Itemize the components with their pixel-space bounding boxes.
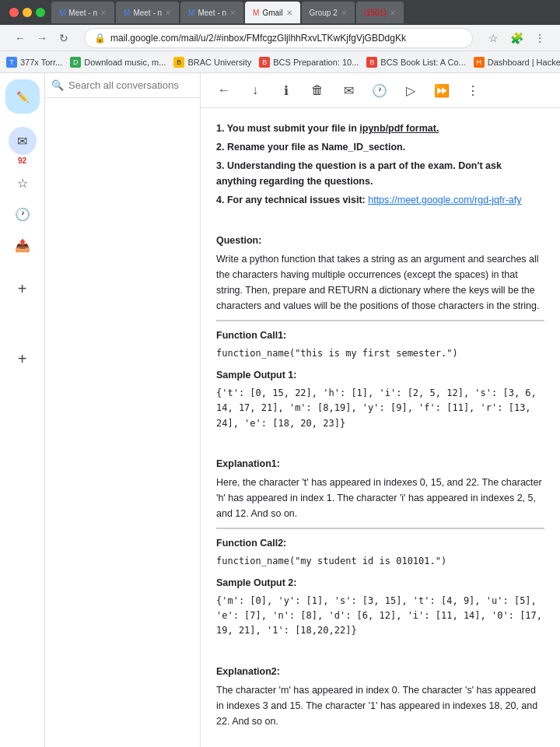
search-input[interactable]	[68, 79, 199, 91]
tab-meet2[interactable]: M Meet - n ✕	[116, 2, 179, 23]
tab-meet1[interactable]: M Meet - n ✕	[51, 2, 114, 23]
compose-button[interactable]: ✏️	[5, 79, 40, 114]
tab-close-active-icon[interactable]: ✕	[286, 9, 292, 17]
browser-tabs: M Meet - n ✕ M Meet - n ✕ M Meet - n ✕ M…	[51, 2, 554, 23]
extensions-icon[interactable]: 🧩	[507, 29, 526, 47]
bookmark-brac-icon: B	[173, 57, 184, 68]
info-button[interactable]: ℹ	[275, 79, 297, 101]
tab-meet3[interactable]: M Meet - n ✕	[180, 2, 243, 23]
inbox-badge: 92	[18, 156, 26, 165]
meet-link[interactable]: https://meet.google.com/rgd-jqfr-afy	[368, 195, 521, 205]
more-labels-icon[interactable]: +	[9, 275, 37, 303]
explanation2-title: Explanation2:	[216, 664, 544, 679]
bookmark-hacker[interactable]: H Dashboard | Hacker...	[474, 57, 560, 68]
instruction-4: 4. For any technical issues visit: https…	[216, 192, 544, 208]
function-call1-title: Function Call1:	[216, 328, 544, 343]
instruction-2: 2. Rename your file as Name_ID_section.	[216, 139, 544, 155]
more-options-button[interactable]: ⋮	[462, 79, 484, 101]
address-bar-row: ← → ↻ 🔒 mail.google.com/mail/u/2/#inbox/…	[0, 25, 560, 51]
email-content: ← ↓ ℹ 🗑 ✉ 🕐 ▷ ⏩ ⋮ 1. You must submit you…	[201, 73, 560, 747]
snooze-button[interactable]: 🕐	[369, 79, 390, 101]
address-text: mail.google.com/mail/u/2/#inbox/FMfcgzGl…	[110, 33, 406, 44]
search-bar: 🔍 ⚙	[45, 73, 200, 98]
delete-button[interactable]: 🗑	[306, 79, 328, 101]
maximize-dot[interactable]	[36, 8, 45, 17]
minimize-dot[interactable]	[23, 8, 32, 17]
bookmark-icon[interactable]: ☆	[484, 29, 502, 47]
sample-output2-title: Sample Output 2:	[216, 575, 544, 591]
close-dot[interactable]	[9, 8, 19, 17]
explanation1-title: Explanation1:	[216, 456, 544, 472]
bookmark-music-icon: D	[70, 57, 81, 68]
menu-icon[interactable]: ⋮	[530, 29, 549, 47]
snoozed-icon[interactable]: 🕐	[9, 200, 37, 228]
sidebar: ✏️ ✉ 92 ☆ 🕐 📤 + +	[0, 73, 45, 747]
function-call1-code: function_name("this is my first semester…	[216, 346, 544, 361]
tab-close-group-icon[interactable]: ✕	[341, 9, 347, 17]
bookmark-brac[interactable]: B BRAC University	[173, 57, 251, 68]
bookmark-bcs-prep[interactable]: B BCS Preparation: 10...	[259, 57, 359, 68]
bookmark-bcs-book-icon: B	[366, 57, 377, 68]
bookmark-bcs-book[interactable]: B BCS Book List: A Co...	[366, 57, 465, 68]
move-button[interactable]: ▷	[400, 79, 422, 101]
question-title: Question:	[216, 233, 544, 248]
email-toolbar: ← ↓ ℹ 🗑 ✉ 🕐 ▷ ⏩ ⋮	[201, 73, 560, 108]
browser-chrome: M Meet - n ✕ M Meet - n ✕ M Meet - n ✕ M…	[0, 0, 560, 25]
explanation2-body: The character 'm' has appeared in index …	[216, 682, 544, 729]
nav-controls: ← → ↻	[6, 29, 78, 47]
back-to-inbox-button[interactable]: ←	[213, 79, 235, 101]
instruction-1: 1. You must submit your file in ipynb/pd…	[216, 121, 544, 136]
instruction-3: 3. Understanding the question is a part …	[216, 158, 544, 189]
inbox-sidebar-item[interactable]: ✉ 92	[9, 125, 37, 165]
tab-close-icon3[interactable]: ✕	[229, 9, 236, 17]
forward-button[interactable]: →	[33, 29, 51, 47]
tab-group[interactable]: Group 2 ✕	[302, 2, 355, 23]
function-call2-title: Function Call2:	[216, 535, 544, 551]
back-button[interactable]: ←	[11, 29, 30, 47]
label-button[interactable]: ⏩	[431, 79, 453, 101]
tab-close-icon2[interactable]: ✕	[165, 9, 171, 17]
question-body: Write a python function that takes a str…	[216, 251, 544, 314]
mail-list: 🔍 ⚙	[45, 73, 201, 747]
mark-unread-button[interactable]: ✉	[338, 79, 359, 101]
explanation1-body: Here, the character 't' has appeared in …	[216, 475, 544, 521]
archive-button[interactable]: ↓	[244, 79, 266, 101]
bookmark-bcs-prep-icon: B	[259, 57, 270, 68]
email-body: 1. You must submit your file in ipynb/pd…	[201, 108, 560, 745]
bookmark-hacker-icon: H	[474, 57, 485, 68]
sample-output1-title: Sample Output 1:	[216, 367, 544, 383]
compose-icon: ✏️	[16, 91, 29, 103]
bookmark-torr-icon: T	[6, 57, 17, 68]
reload-button[interactable]: ↻	[54, 29, 73, 47]
sent-icon[interactable]: 📤	[9, 231, 37, 259]
inbox-icon: ✉	[9, 127, 37, 155]
bookmark-music[interactable]: D Download music, m...	[70, 57, 166, 68]
bookmark-torr[interactable]: T 377x Torr...	[6, 57, 62, 68]
tab-close-icon[interactable]: ✕	[100, 9, 107, 17]
more-labels-icon2[interactable]: +	[9, 345, 37, 373]
search-icon: 🔍	[51, 79, 64, 91]
divider-2	[216, 528, 544, 529]
tab-notifications[interactable]: (1501) ✕	[356, 2, 404, 23]
gmail-layout: ✏️ ✉ 92 ☆ 🕐 📤 + + 🔍 ⚙ ← ↓ ℹ 🗑 ✉ 🕐	[0, 73, 560, 747]
starred-icon[interactable]: ☆	[9, 169, 37, 197]
sample-output2-code: {'m': [0], 'y': [1], 's': [3, 15], 't': …	[216, 594, 544, 639]
sample-output1-code: {'t': [0, 15, 22], 'h': [1], 'i': [2, 5,…	[216, 386, 544, 431]
tab-close-notif-icon[interactable]: ✕	[390, 9, 396, 17]
bookmarks-bar: T 377x Torr... D Download music, m... B …	[0, 51, 560, 73]
address-bar[interactable]: 🔒 mail.google.com/mail/u/2/#inbox/FMfcgz…	[84, 28, 473, 48]
function-call2-code: function_name("my student id is 010101."…	[216, 554, 544, 569]
tab-gmail[interactable]: M Gmail ✕	[245, 2, 299, 23]
divider-1	[216, 320, 544, 321]
